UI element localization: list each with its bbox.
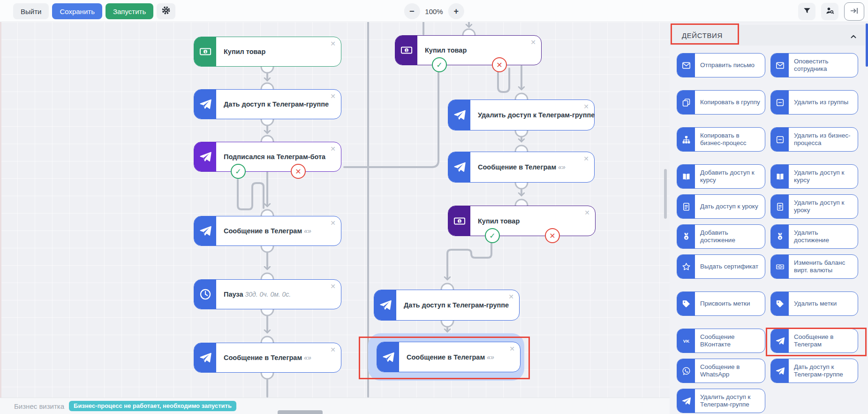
- action-card-row: Добавить доступ к курсуУдалить доступ к …: [677, 164, 860, 189]
- flow-node-tg-message-1[interactable]: Сообщение в Телеграм «»✕: [194, 216, 341, 246]
- flow-node-tg-message-3[interactable]: Сообщение в Телеграм «»✕: [448, 152, 595, 183]
- exit-button[interactable]: Выйти: [13, 3, 49, 19]
- action-card-row: Сообщение в WhatsAppДать доступ к Телегр…: [677, 359, 860, 383]
- annotation-box-actions-title: [671, 23, 739, 45]
- flow-canvas[interactable]: 1Купил товар✕Дать доступ к Телеграм-груп…: [0, 22, 670, 414]
- action-card[interactable]: Присвоить метки: [677, 291, 765, 316]
- flow-node-give-tg-group-access-1[interactable]: Дать доступ к Телеграм-группе✕: [194, 89, 341, 119]
- node-title: Купил товар: [470, 217, 520, 225]
- telegram-icon: [194, 90, 216, 119]
- action-card-row: ★Добавить достижение★Удалить достижение: [677, 224, 860, 249]
- run-button[interactable]: Запустить: [106, 3, 153, 19]
- close-icon[interactable]: ✕: [583, 103, 589, 110]
- action-card-label: Сообщение ВКонтакте: [695, 333, 765, 349]
- collapse-sidebar-button[interactable]: [844, 2, 864, 21]
- action-card-label: Сообщение в WhatsApp: [695, 363, 765, 379]
- fail-cross-badge[interactable]: ✕: [291, 164, 306, 179]
- action-card-row: Присвоить меткиУдалить метки: [677, 291, 860, 316]
- filter-button[interactable]: [798, 3, 815, 20]
- action-card[interactable]: Удалить из группы: [770, 90, 858, 115]
- node-title: Удалить доступ к Телеграм-группе: [470, 111, 595, 119]
- fail-cross-badge[interactable]: ✕: [492, 57, 507, 72]
- flow-node-bought-product-1[interactable]: 1Купил товар✕: [194, 37, 341, 67]
- lesson-icon: [771, 195, 789, 218]
- filter-icon: [802, 6, 812, 17]
- settings-button[interactable]: [157, 3, 175, 19]
- action-card[interactable]: Удалить метки: [770, 291, 858, 316]
- banknote-icon: 1: [448, 206, 470, 236]
- tag-icon: [677, 292, 695, 315]
- action-card[interactable]: VKСообщение ВКонтакте: [677, 329, 765, 353]
- action-card[interactable]: Добавить доступ к курсу: [677, 164, 765, 189]
- action-card[interactable]: Изменить баланс вирт. валюты: [770, 254, 858, 279]
- sidebar-scrollbar-thumb[interactable]: [866, 23, 868, 67]
- telegram-icon: [194, 216, 216, 245]
- node-detail: 30д. 0ч. 0м. 0с.: [245, 291, 291, 298]
- left-edge-scrollbar-track: [0, 22, 1, 398]
- star-icon: [677, 255, 695, 278]
- node-title: Купил товар: [216, 48, 265, 55]
- success-check-badge[interactable]: ✓: [485, 228, 500, 243]
- action-card[interactable]: Удалить доступ к Телеграм-группе: [677, 389, 765, 413]
- collapse-right-icon: [849, 6, 860, 18]
- user-search-button[interactable]: [821, 3, 838, 20]
- action-card[interactable]: Удалить из бизнес-процесса: [770, 127, 858, 152]
- close-icon[interactable]: ✕: [330, 93, 336, 100]
- close-icon[interactable]: ✕: [330, 40, 336, 47]
- lesson-icon: [677, 195, 695, 218]
- action-card-label: Присвоить метки: [695, 300, 753, 307]
- zoom-in-button[interactable]: +: [448, 3, 464, 19]
- zoom-out-button[interactable]: −: [404, 3, 420, 19]
- action-card[interactable]: ★Удалить достижение: [770, 224, 858, 249]
- close-icon[interactable]: ✕: [508, 293, 514, 300]
- close-icon[interactable]: ✕: [330, 146, 336, 152]
- flow-node-pause[interactable]: Пауза 30д. 0ч. 0м. 0с.✕: [194, 279, 341, 309]
- action-card[interactable]: Оповестить сотрудника: [770, 53, 858, 77]
- action-card[interactable]: Выдать сертификат: [677, 254, 765, 279]
- action-card[interactable]: ★Добавить достижение: [677, 224, 765, 249]
- action-card[interactable]: Копировать в группу: [677, 90, 765, 115]
- action-card-label: Отправить письмо: [695, 61, 757, 69]
- action-card-label: Удалить метки: [789, 300, 839, 307]
- action-card[interactable]: Копировать в бизнес-процесс: [677, 127, 765, 152]
- node-title: Дать доступ к Телеграм-группе: [396, 301, 509, 309]
- flow-node-give-tg-group-access-2[interactable]: Дать доступ к Телеграм-группе✕: [374, 290, 520, 321]
- action-card-label: Удалить доступ к курсу: [789, 169, 858, 184]
- sitemap-icon: [677, 128, 695, 151]
- action-card[interactable]: Дать доступ к уроку: [677, 194, 765, 219]
- flow-node-remove-tg-group-access[interactable]: Удалить доступ к Телеграм-группе✕: [448, 100, 595, 130]
- canvas-scrollbar-thumb[interactable]: [664, 169, 667, 219]
- flow-node-bought-product-2[interactable]: 1Купил товар✕✓✕: [395, 35, 542, 65]
- success-check-badge[interactable]: ✓: [231, 164, 246, 179]
- action-card[interactable]: Сообщение в Телеграм: [770, 329, 858, 353]
- process-name: Бизнес визитка: [14, 402, 64, 410]
- close-icon[interactable]: ✕: [330, 283, 336, 290]
- port-circles[interactable]: [261, 29, 528, 379]
- flow-node-bought-product-3[interactable]: 1Купил товар✕✓✕: [448, 206, 596, 236]
- action-card[interactable]: Сообщение в WhatsApp: [677, 359, 765, 383]
- close-icon[interactable]: ✕: [330, 220, 336, 226]
- node-title: Подписался на Телеграм-бота: [216, 153, 325, 161]
- action-card-label: Удалить из группы: [789, 99, 851, 106]
- actions-sidebar: ДЕЙСТВИЯ Отправить письмоОповестить сотр…: [670, 22, 868, 414]
- horizontal-scrollbar-thumb[interactable]: [278, 410, 323, 414]
- action-card[interactable]: Дать доступ к Телеграм-группе: [770, 359, 858, 383]
- action-card-label: Копировать в группу: [695, 99, 763, 106]
- svg-text:1: 1: [204, 50, 206, 54]
- flow-node-tg-message-2[interactable]: Сообщение в Телеграм «»✕: [194, 343, 341, 373]
- close-icon[interactable]: ✕: [530, 39, 536, 46]
- flow-node-subscribed-tg-bot[interactable]: Подписался на Телеграм-бота✕✓✕: [194, 142, 341, 172]
- chevron-up-icon[interactable]: [849, 32, 858, 43]
- action-card[interactable]: Отправить письмо: [677, 53, 765, 77]
- save-button[interactable]: Сохранить: [52, 3, 102, 19]
- action-card[interactable]: Удалить доступ к уроку: [770, 194, 858, 219]
- close-icon[interactable]: ✕: [330, 346, 336, 353]
- medal-icon: ★: [771, 225, 789, 248]
- success-check-badge[interactable]: ✓: [432, 57, 447, 72]
- whatsapp-icon: [677, 359, 695, 383]
- action-card-label: Оповестить сотрудника: [789, 58, 858, 73]
- action-card[interactable]: Удалить доступ к курсу: [770, 164, 858, 189]
- close-icon[interactable]: ✕: [584, 209, 590, 216]
- fail-cross-badge[interactable]: ✕: [545, 228, 560, 243]
- close-icon[interactable]: ✕: [583, 155, 589, 162]
